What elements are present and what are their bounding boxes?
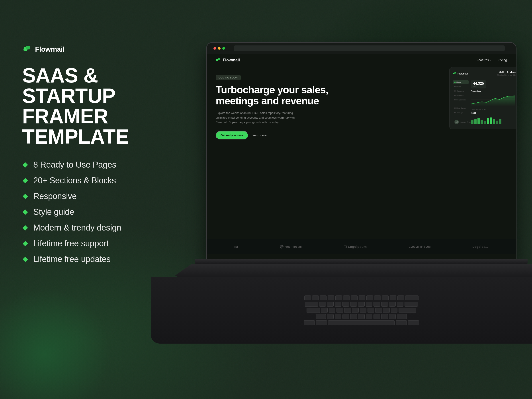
website-main: Flowmail Features ▾ Pricing COMING xyxy=(207,54,516,259)
key xyxy=(335,296,342,300)
user-name: Andrew John xyxy=(460,121,471,123)
svg-rect-11 xyxy=(453,73,455,74)
key xyxy=(316,314,326,319)
keyboard-row-3 xyxy=(307,308,416,313)
feature-item-3: Responsive xyxy=(22,191,177,201)
feature-text-6: Lifetime free support xyxy=(33,239,109,248)
key xyxy=(397,302,403,307)
key xyxy=(381,314,388,319)
key xyxy=(344,308,351,313)
sidebar-item-inbox[interactable]: Inbox xyxy=(453,85,469,89)
key xyxy=(399,308,416,313)
left-panel: Flowmail SAAS & STARTUP FRAMER TEMPLATE … xyxy=(22,44,177,264)
svg-rect-21 xyxy=(484,121,486,124)
svg-rect-12 xyxy=(454,72,456,74)
headline-line1: SAAS & STARTUP xyxy=(22,65,177,106)
key xyxy=(366,314,372,319)
main-headline: SAAS & STARTUP FRAMER TEMPLATE xyxy=(22,65,177,147)
overview-section: Overview xyxy=(471,90,516,107)
feature-item-6: Lifetime free support xyxy=(22,239,177,248)
user-avatar-area: AJ Andrew John xyxy=(454,120,471,124)
svg-rect-17 xyxy=(471,120,474,124)
laptop-bottom xyxy=(173,264,532,277)
key xyxy=(304,320,315,325)
key xyxy=(398,296,404,300)
links-stat-value: 870 xyxy=(471,111,516,115)
sidebar-item-helpcenter[interactable]: Help Center xyxy=(453,106,469,110)
brand-logo: Flowmail xyxy=(22,44,177,54)
feature-text-7: Lifetime free updates xyxy=(33,254,111,264)
dashboard-logo-name: Flowmail xyxy=(457,72,468,75)
svg-rect-20 xyxy=(481,120,483,124)
keyboard-row-2 xyxy=(305,302,418,307)
diamond-icon-4 xyxy=(22,209,28,215)
hero-buttons: Get early access Learn more xyxy=(216,131,349,140)
sidebar-item-channels[interactable]: Channels xyxy=(453,89,469,93)
logo-strip: IM logo—ipsum ◱ Logoipsum LOGO! IPSUM Lo… xyxy=(207,239,516,254)
svg-marker-7 xyxy=(23,241,28,246)
laptop-body: Flowmail Features ▾ Pricing COMING xyxy=(206,42,516,259)
stat-card: 44,325 Total xyxy=(471,80,486,89)
chevron-down-icon: ▾ xyxy=(490,59,491,61)
sidebar-item-home[interactable]: Home xyxy=(453,80,469,84)
feature-list: 8 Ready to Use Pages 20+ Sections & Bloc… xyxy=(22,160,177,264)
logo-strip-5: Logoips... xyxy=(473,245,488,248)
browser-controls xyxy=(214,47,225,50)
website-logo-icon xyxy=(216,58,221,63)
svg-marker-6 xyxy=(23,225,28,231)
key xyxy=(305,302,318,307)
svg-rect-26 xyxy=(499,119,501,124)
dashboard-greeting: Hello, Andrew xyxy=(497,71,516,74)
keyboard-row-spacebar xyxy=(304,320,419,325)
overview-title: Overview xyxy=(471,90,516,93)
dashboard-date: Monday, November 30th xyxy=(497,74,516,76)
stat-label: Total xyxy=(473,86,484,87)
diamond-icon-5 xyxy=(22,225,28,231)
keyboard-area xyxy=(151,277,532,344)
key xyxy=(382,296,389,300)
sidebar-item-integrations[interactable]: Integrations xyxy=(453,98,469,102)
dashboard-logo-icon xyxy=(453,72,456,75)
feature-text-4: Style guide xyxy=(33,207,74,217)
sidebar-item-settings[interactable]: Settings xyxy=(453,111,469,114)
keyboard-row-1 xyxy=(304,296,418,300)
key xyxy=(316,320,327,325)
feature-text-5: Modern & trendy design xyxy=(33,223,121,233)
key xyxy=(374,302,380,307)
key xyxy=(321,308,328,313)
feature-item-7: Lifetime free updates xyxy=(22,254,177,264)
learn-more-link[interactable]: Learn more xyxy=(252,134,266,137)
svg-rect-18 xyxy=(474,119,477,124)
feature-text-3: Responsive xyxy=(33,191,77,201)
hero-title: Turbocharge your sales, meetings and rev… xyxy=(216,84,349,106)
feature-item-2: 20+ Sections & Blocks xyxy=(22,176,177,185)
diamond-icon-6 xyxy=(22,241,28,247)
key xyxy=(329,308,335,313)
svg-marker-8 xyxy=(23,257,28,262)
key xyxy=(381,302,388,307)
website-navbar: Flowmail Features ▾ Pricing xyxy=(207,54,516,66)
get-early-access-button[interactable]: Get early access xyxy=(216,131,248,140)
key xyxy=(408,320,419,325)
sidebar-item-analytics[interactable]: Analytics xyxy=(453,94,469,97)
feature-text-2: 20+ Sections & Blocks xyxy=(33,176,116,185)
key xyxy=(359,296,365,300)
key xyxy=(367,308,374,313)
flowmail-logo-icon xyxy=(22,44,32,54)
hero-description: Explore the wealth of an 8M+ B2B sales r… xyxy=(216,111,300,125)
svg-rect-25 xyxy=(496,120,498,124)
screen-content: Flowmail Features ▾ Pricing COMING xyxy=(207,43,516,259)
svg-marker-2 xyxy=(23,162,28,168)
key xyxy=(328,296,334,300)
brand-name: Flowmail xyxy=(35,45,64,53)
key xyxy=(312,296,319,300)
key xyxy=(396,320,407,325)
nav-features-link[interactable]: Features ▾ xyxy=(477,58,491,62)
svg-marker-3 xyxy=(23,178,28,183)
key xyxy=(350,314,357,319)
feature-item-5: Modern & trendy design xyxy=(22,223,177,233)
stat-value: 44,325 xyxy=(473,82,484,86)
key xyxy=(327,302,334,307)
svg-marker-5 xyxy=(23,209,28,215)
nav-pricing-link[interactable]: Pricing xyxy=(497,58,507,62)
